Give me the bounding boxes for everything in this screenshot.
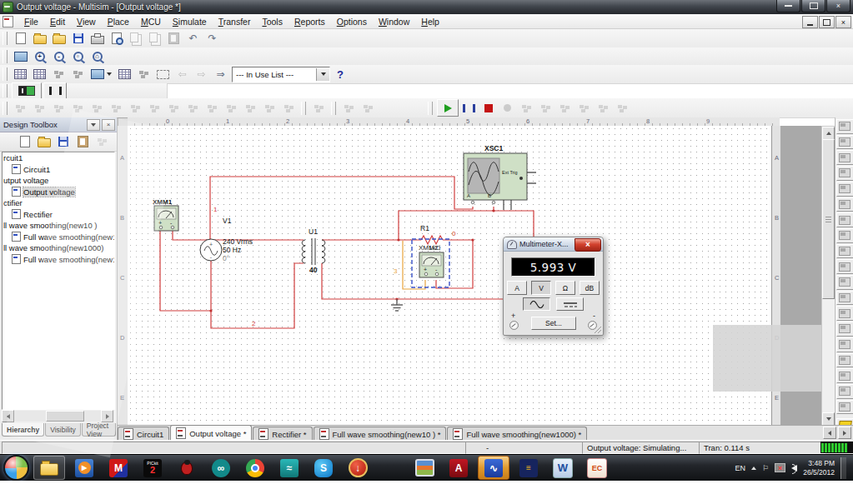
labview-instrument-button[interactable] [836, 400, 853, 415]
tree-item-circuit1[interactable]: Circuit1 [3, 164, 114, 176]
menu-reports[interactable]: Reports [289, 16, 331, 27]
menu-window[interactable]: Window [373, 16, 415, 27]
frequency-counter-button[interactable] [836, 212, 853, 227]
place-power-button[interactable] [203, 100, 221, 116]
dropdown-arrow[interactable] [316, 68, 329, 81]
place-transistor-button[interactable] [69, 100, 87, 116]
v1-frequency-label[interactable]: 50 Hz [223, 246, 241, 254]
tree-item-fws1000[interactable]: Full wave smoothing(new1000) [3, 254, 114, 266]
menu-transfer[interactable]: Transfer [213, 16, 257, 27]
step-into-button[interactable] [537, 100, 554, 116]
sheet-tab-fws10[interactable]: Full wave smoothing(new10 ) * [314, 427, 447, 441]
bus-button[interactable] [359, 100, 377, 116]
pause-switch-button[interactable] [43, 82, 67, 100]
toolbar-grip[interactable] [3, 102, 8, 115]
u1-value-label[interactable]: 40 [309, 266, 318, 274]
place-source-button[interactable] [12, 100, 29, 116]
toolbar-grip[interactable] [3, 50, 8, 63]
amps-button[interactable]: A [507, 281, 527, 295]
volts-button[interactable]: V [531, 281, 551, 295]
tree-item-fws10[interactable]: Full wave smoothing(new10 ) [3, 232, 114, 243]
distortion-analyzer-button[interactable] [836, 291, 853, 306]
scroll-down-button[interactable] [822, 412, 835, 426]
logic-analyzer-button[interactable] [836, 259, 853, 274]
spreadsheet-view-button[interactable] [31, 67, 48, 82]
open-button[interactable] [31, 31, 48, 47]
run-switch-button[interactable] [12, 82, 42, 100]
simulate-stop-button[interactable] [479, 100, 497, 116]
resize-grip[interactable] [595, 327, 601, 333]
zoom-out-button[interactable]: - [50, 48, 68, 64]
toolbar-grip[interactable] [428, 102, 433, 115]
tab-visibility[interactable]: Visibility [45, 423, 81, 437]
place-analog-button[interactable] [88, 100, 106, 116]
toggle-design-toolbox-button[interactable] [12, 67, 29, 82]
place-misc-button[interactable] [223, 100, 240, 116]
four-channel-oscilloscope-button[interactable] [836, 182, 853, 197]
taskbar-explorer-button[interactable] [33, 456, 65, 480]
taskbar-skype-button[interactable]: S [309, 457, 339, 479]
component-xmm1[interactable]: + - XMM1 [153, 198, 178, 231]
menu-file[interactable]: File [18, 16, 44, 27]
component-wizard-button[interactable] [69, 67, 87, 82]
save-design-button[interactable] [55, 134, 72, 149]
v1-phase-label[interactable]: 0° [223, 254, 229, 262]
scroll-left-button[interactable] [2, 410, 14, 422]
database-manager-button[interactable] [50, 67, 68, 82]
word-generator-button[interactable] [836, 228, 853, 243]
component-xsc1[interactable]: XSC1 Ext Trig A B [464, 144, 536, 210]
oscilloscope-button[interactable] [836, 166, 853, 181]
place-basic-button[interactable] [31, 100, 48, 116]
iv-analyzer-button[interactable] [836, 275, 853, 290]
toolbar-grip[interactable] [3, 84, 8, 97]
pause-at-next-mcu-button[interactable] [518, 100, 535, 116]
redo-button[interactable]: ↷ [203, 31, 221, 47]
set-button[interactable]: Set... [531, 317, 576, 330]
net-label-0[interactable]: 0 [452, 230, 456, 237]
v1-ref-label[interactable]: V1 [223, 217, 232, 225]
ac-mode-button[interactable] [523, 297, 550, 311]
tab-hierarchy[interactable]: Hierarchy [2, 423, 44, 437]
toggle-fullscreen-button[interactable] [12, 48, 29, 64]
wattmeter-button[interactable] [836, 150, 853, 165]
network-analyzer-button[interactable] [836, 322, 853, 337]
help-button[interactable]: ? [337, 68, 344, 81]
copy-button[interactable] [146, 31, 163, 47]
u1-ref-label[interactable]: U1 [309, 227, 318, 236]
title-bar[interactable]: Output voltage - Multisim - [Output volt… [0, 0, 853, 15]
grapher-dropdown-arrow[interactable] [107, 72, 112, 76]
tree-item-rectifier[interactable]: Rectifier [3, 209, 114, 221]
capture-area-button[interactable] [154, 67, 172, 82]
function-generator-button[interactable] [836, 135, 853, 150]
step-out-button[interactable] [575, 100, 593, 116]
place-mixed-button[interactable] [165, 100, 183, 116]
mdi-restore-button[interactable] [819, 16, 835, 28]
print-button[interactable] [88, 31, 106, 47]
simulate-pause-button[interactable] [460, 100, 478, 116]
open-sample-button[interactable] [50, 31, 68, 47]
taskbar-media-player-button[interactable]: ▶ [69, 457, 99, 479]
postprocessor-button[interactable] [116, 67, 133, 82]
minimize-button[interactable] [776, 0, 800, 12]
simulate-record-button[interactable] [499, 100, 516, 116]
zoom-area-button[interactable]: ▫ [69, 48, 87, 64]
sheet-tab-rectifier[interactable]: Rectifier * [253, 427, 312, 441]
toolbar-grip[interactable] [331, 102, 336, 115]
tektronix-oscilloscope-button[interactable] [836, 384, 853, 399]
decibels-button[interactable]: dB [580, 281, 600, 295]
menu-edit[interactable]: Edit [44, 16, 71, 27]
tab-project-view[interactable]: Project View [82, 423, 116, 437]
in-use-list-dropdown[interactable]: --- In Use List --- [232, 67, 330, 82]
open-design-button[interactable] [36, 134, 53, 149]
dc-mode-button[interactable] [556, 297, 584, 311]
multimeter-close-button[interactable]: × [575, 238, 601, 252]
sheet-tab-circuit1[interactable]: Circuit1 [118, 427, 169, 441]
ground-symbol[interactable] [391, 299, 403, 311]
taskbar-clock[interactable]: 3:48 PM 26/5/2012 [803, 459, 835, 477]
cut-button[interactable] [127, 31, 144, 47]
tree-horizontal-scrollbar[interactable] [2, 411, 113, 422]
logic-converter-button[interactable] [836, 244, 853, 259]
agilent-oscilloscope-button[interactable] [836, 368, 853, 383]
close-design-button[interactable] [74, 134, 91, 149]
taskbar-download-manager-button[interactable]: ↓ [343, 457, 373, 479]
